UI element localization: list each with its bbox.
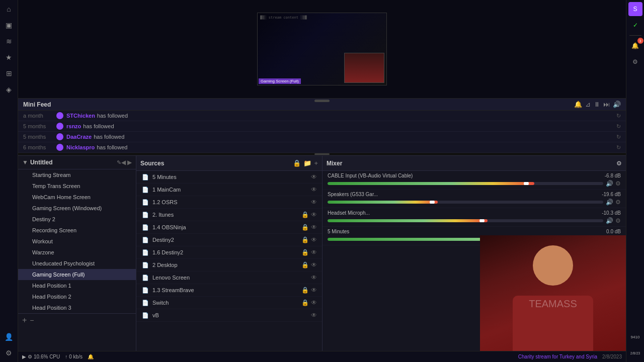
source-eye-icon-7[interactable]: 👁: [311, 261, 317, 268]
scene-item-9[interactable]: Gaming Screen (Full): [18, 269, 136, 280]
network-icon: ↑: [65, 354, 67, 359]
sidebar-themes-icon[interactable]: ◈: [2, 82, 16, 97]
mixer-settings-icon[interactable]: ⚙: [616, 160, 622, 167]
mixer-bar-thumb-2[interactable]: [479, 219, 485, 222]
feed-username-1[interactable]: STChicken: [66, 113, 95, 119]
sidebar-widgets-icon[interactable]: ⊞: [2, 66, 16, 80]
mixer-settings-icon-0[interactable]: ⚙: [615, 180, 621, 187]
source-item-4[interactable]: 📄 1.4 OBSNinja 🔒 👁: [136, 221, 322, 234]
source-eye-icon-11[interactable]: 👁: [311, 312, 317, 319]
scene-item-1[interactable]: Temp Trans Screen: [18, 180, 136, 192]
source-eye-icon-1[interactable]: 👁: [311, 186, 317, 193]
feed-refresh-4[interactable]: ↻: [616, 144, 621, 151]
mini-feed-pause-icon[interactable]: ⏸: [594, 101, 600, 108]
scene-item-5[interactable]: Recording Screen: [18, 225, 136, 236]
source-item-6[interactable]: 📄 1.6 Destiny2 🔒 👁: [136, 246, 322, 259]
source-eye-icon-0[interactable]: 👁: [311, 173, 317, 180]
source-eye-icon-10[interactable]: 👁: [311, 299, 317, 306]
source-lock-icon-10[interactable]: 🔒: [301, 299, 309, 306]
feed-item-3: 5 months DaaCraze has followed ↻: [18, 132, 626, 142]
source-item-9[interactable]: 📄 1.3 StreamBrave 🔒 👁: [136, 284, 322, 297]
sidebar-settings-icon[interactable]: ⚙: [2, 346, 16, 360]
source-eye-icon-6[interactable]: 👁: [311, 249, 317, 256]
mixer-bar-thumb-1[interactable]: [430, 201, 435, 204]
source-lock-icon-9[interactable]: 🔒: [301, 287, 309, 294]
right-bell-icon[interactable]: 🔔3: [628, 39, 642, 53]
source-eye-icon-4[interactable]: 👁: [311, 224, 317, 231]
sources-add-button[interactable]: +: [314, 159, 318, 167]
source-controls-9: 🔒 👁: [301, 287, 317, 294]
mixer-mute-icon-2[interactable]: 🔊: [606, 217, 613, 224]
source-item-2[interactable]: 📄 1.2 OSRS 👁: [136, 196, 322, 209]
source-eye-icon-3[interactable]: 👁: [311, 211, 317, 218]
sidebar-home-icon[interactable]: ⌂: [2, 2, 16, 16]
scene-item-10[interactable]: Head Position 1: [18, 280, 136, 291]
source-item-0[interactable]: 📄 5 Minutes 👁: [136, 171, 322, 184]
feed-username-3[interactable]: DaaCraze: [66, 134, 92, 140]
source-eye-icon-2[interactable]: 👁: [311, 199, 317, 206]
mixer-bar-0[interactable]: [328, 182, 603, 185]
mini-feed-skip-icon[interactable]: ⏭: [603, 101, 610, 108]
scene-item-12[interactable]: Head Position 3: [18, 302, 136, 313]
mixer-bar-1[interactable]: [328, 201, 603, 204]
scenes-edit-icon[interactable]: ✎: [117, 159, 121, 166]
feed-refresh-1[interactable]: ↻: [616, 113, 621, 119]
source-item-7[interactable]: 📄 2 Desktop 🔒 👁: [136, 259, 322, 272]
source-item-11[interactable]: 📄 vB 👁: [136, 309, 322, 322]
scene-item-3[interactable]: Gaming Screen (Windowed): [18, 203, 136, 214]
date-label: 2/8/2023: [602, 354, 622, 359]
source-type-icon-11: 📄: [141, 311, 149, 319]
source-item-5[interactable]: 📄 Destiny2 🔒 👁: [136, 234, 322, 246]
source-lock-icon-6[interactable]: 🔒: [301, 249, 309, 256]
mixer-mute-icon-1[interactable]: 🔊: [606, 199, 613, 206]
source-eye-icon-9[interactable]: 👁: [311, 287, 317, 294]
mini-feed-volume-icon[interactable]: 🔊: [613, 101, 621, 108]
sidebar-stats-icon[interactable]: ≋: [2, 34, 16, 48]
scene-item-0[interactable]: Starting Stream: [18, 169, 136, 180]
scenes-left-arrow[interactable]: ◀: [121, 159, 126, 166]
scenes-add-button[interactable]: +: [22, 316, 27, 325]
sidebar-scenes-icon[interactable]: ▣: [2, 18, 16, 32]
preview-resize-handle[interactable]: [314, 100, 330, 102]
mixer-bar-2[interactable]: [328, 219, 603, 222]
mixer-mute-icon-0[interactable]: 🔊: [606, 180, 613, 187]
feed-refresh-3[interactable]: ↻: [616, 134, 621, 140]
mini-feed-filter-icon[interactable]: 🔔: [574, 101, 582, 108]
mixer-settings-icon-1[interactable]: ⚙: [615, 199, 621, 206]
feed-username-2[interactable]: rsnzo: [66, 123, 81, 129]
source-eye-icon-8[interactable]: 👁: [311, 274, 317, 281]
scene-item-6[interactable]: Workout: [18, 236, 136, 247]
source-name-2: 1.2 OSRS: [152, 199, 311, 205]
source-lock-icon-3[interactable]: 🔒: [301, 211, 309, 218]
right-settings-icon[interactable]: ⚙: [628, 55, 642, 69]
source-item-3[interactable]: 📄 2. Itunes 🔒 👁: [136, 209, 322, 221]
sidebar-alerts-icon[interactable]: ★: [2, 50, 16, 64]
source-lock-icon-7[interactable]: 🔒: [301, 261, 309, 268]
mini-feed-funnel-icon[interactable]: ⊿: [585, 101, 591, 108]
scene-item-7[interactable]: Warzone: [18, 247, 136, 258]
feed-username-4[interactable]: Nicklaspro: [66, 144, 95, 150]
feed-refresh-2[interactable]: ↻: [616, 123, 621, 130]
mini-feed-title: Mini Feed: [23, 101, 51, 108]
source-lock-icon-5[interactable]: 🔒: [301, 236, 309, 243]
source-eye-icon-5[interactable]: 👁: [311, 236, 317, 243]
scenes-remove-button[interactable]: −: [30, 316, 34, 324]
sidebar-bottom-icon[interactable]: 👤: [2, 330, 16, 344]
mixer-panel-title: Mixer: [327, 160, 616, 167]
scene-item-11[interactable]: Head Position 2: [18, 291, 136, 302]
scenes-collapse-icon[interactable]: ▼: [22, 159, 28, 166]
mixer-bar-thumb-0[interactable]: [524, 182, 529, 185]
sources-list: 📄 5 Minutes 👁 📄 1 MainCam 👁 📄 1.2 OSRS 👁…: [136, 171, 322, 322]
check-green-icon[interactable]: ✓: [628, 18, 642, 32]
scene-item-2[interactable]: WebCam Home Screen: [18, 192, 136, 203]
status-cpu: ▶ ⚙ 10.6% CPU: [22, 354, 60, 359]
source-lock-icon-4[interactable]: 🔒: [301, 224, 309, 231]
scene-item-8[interactable]: Uneducated Psychologist: [18, 258, 136, 269]
scenes-right-arrow[interactable]: ▶: [127, 159, 132, 166]
source-item-10[interactable]: 📄 Switch 🔒 👁: [136, 297, 322, 309]
source-item-8[interactable]: 📄 Lenovo Screen 👁: [136, 272, 322, 284]
mixer-settings-icon-2[interactable]: ⚙: [615, 217, 621, 224]
streamlabs-S-icon[interactable]: S: [628, 2, 642, 16]
scene-item-4[interactable]: Destiny 2: [18, 214, 136, 225]
source-item-1[interactable]: 📄 1 MainCam 👁: [136, 184, 322, 196]
